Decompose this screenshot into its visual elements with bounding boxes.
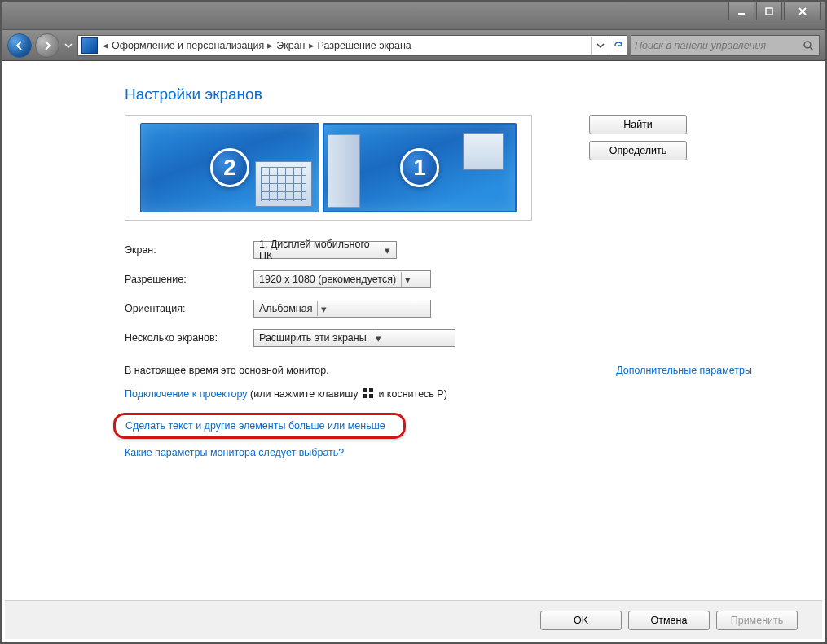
search-input[interactable] [635, 40, 801, 51]
breadcrumb: ◂ Оформление и персонализация ▸ Экран ▸ … [101, 39, 591, 51]
monitor-badge: 2 [210, 148, 249, 187]
orientation-dropdown[interactable]: Альбомная ▾ [253, 300, 431, 318]
multiple-displays-dropdown[interactable]: Расширить эти экраны ▾ [253, 329, 455, 347]
dropdown-value: 1. Дисплей мобильного ПК [259, 239, 376, 261]
minimize-button[interactable] [728, 2, 754, 20]
projector-text-open: (или нажмите клавишу [248, 388, 361, 400]
refresh-button[interactable] [609, 37, 627, 55]
svg-line-5 [810, 47, 813, 50]
multiple-displays-label: Несколько экранов: [125, 332, 253, 344]
display-preview[interactable]: 2 1 [125, 115, 532, 221]
projector-link[interactable]: Подключение к проектору [125, 388, 248, 400]
dropdown-value: 1920 x 1080 (рекомендуется) [259, 274, 396, 285]
svg-rect-6 [363, 388, 367, 392]
address-dropdown[interactable] [591, 37, 609, 55]
address-bar[interactable]: ◂ Оформление и персонализация ▸ Экран ▸ … [77, 35, 627, 56]
taskbar-thumbnail-icon [328, 134, 360, 208]
ok-button[interactable]: OK [540, 611, 622, 630]
chevron-down-icon: ▾ [317, 301, 330, 316]
detect-button[interactable]: Найти [589, 115, 687, 134]
svg-rect-9 [369, 394, 373, 398]
identify-button[interactable]: Определить [589, 141, 687, 160]
control-panel-icon [81, 37, 98, 54]
maximize-button[interactable] [756, 2, 782, 20]
svg-rect-1 [766, 8, 772, 15]
projector-line: Подключение к проектору (или нажмите кла… [125, 388, 800, 401]
monitor-1[interactable]: 1 [323, 123, 517, 212]
svg-point-4 [804, 42, 811, 48]
window-thumbnail-icon [463, 133, 504, 170]
highlighted-link-box: Сделать текст и другие элементы больше и… [113, 413, 406, 439]
orientation-label: Ориентация: [125, 303, 253, 314]
forward-button[interactable] [35, 33, 59, 58]
history-dropdown[interactable] [63, 34, 74, 57]
svg-rect-7 [369, 388, 373, 392]
monitor-2[interactable]: 2 [140, 123, 319, 212]
window-thumbnail-icon [255, 161, 312, 207]
button-bar: OK Отмена Применить [5, 600, 822, 639]
screen-dropdown[interactable]: 1. Дисплей мобильного ПК ▾ [253, 241, 397, 259]
dropdown-value: Расширить эти экраны [259, 332, 367, 344]
window-frame: ◂ Оформление и персонализация ▸ Экран ▸ … [0, 0, 827, 644]
content-area: Настройки экранов 2 1 Найти Определить Э… [2, 61, 825, 598]
breadcrumb-item[interactable]: Разрешение экрана [318, 40, 411, 51]
chevron-left-icon: ◂ [103, 39, 108, 51]
chevron-down-icon: ▾ [381, 243, 393, 257]
search-box[interactable] [631, 35, 820, 56]
text-size-link[interactable]: Сделать текст и другие элементы больше и… [125, 420, 385, 432]
dropdown-value: Альбомная [259, 303, 312, 314]
close-button[interactable] [784, 2, 821, 20]
chevron-right-icon: ▸ [309, 39, 315, 51]
chevron-down-icon: ▾ [372, 331, 385, 345]
back-button[interactable] [7, 33, 32, 58]
screen-label: Экран: [125, 244, 253, 256]
search-icon[interactable] [801, 38, 816, 53]
chevron-down-icon: ▾ [401, 272, 414, 287]
apply-button[interactable]: Применить [716, 611, 798, 630]
resolution-dropdown[interactable]: 1920 x 1080 (рекомендуется) ▾ [253, 270, 431, 288]
windows-key-icon [363, 388, 374, 401]
breadcrumb-item[interactable]: Экран [276, 40, 305, 51]
projector-text-close: и коснитесь P) [376, 388, 447, 400]
main-monitor-text: В настоящее время это основной монитор. [125, 365, 329, 376]
chevron-right-icon: ▸ [267, 39, 273, 51]
toolbar: ◂ Оформление и персонализация ▸ Экран ▸ … [2, 30, 825, 61]
advanced-settings-link[interactable]: Дополнительные параметры [616, 365, 752, 376]
titlebar [2, 2, 825, 30]
cancel-button[interactable]: Отмена [628, 611, 710, 630]
which-monitor-link[interactable]: Какие параметры монитора следует выбрать… [125, 447, 344, 458]
breadcrumb-item[interactable]: Оформление и персонализация [112, 40, 264, 51]
monitor-badge: 1 [400, 148, 439, 187]
resolution-label: Разрешение: [125, 274, 253, 285]
page-title: Настройки экранов [125, 85, 800, 103]
svg-rect-8 [363, 394, 367, 398]
